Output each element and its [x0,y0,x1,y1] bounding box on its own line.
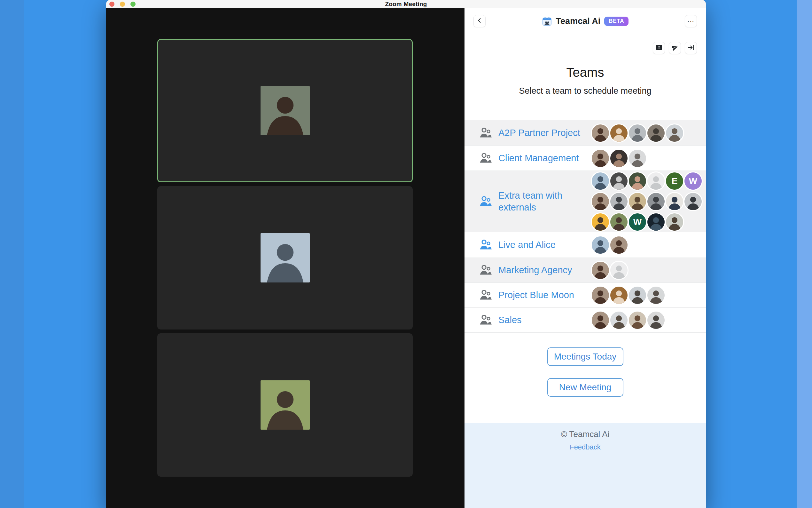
team-members-icon [479,126,493,140]
video-tile-2 [157,186,413,330]
video-gallery [106,8,465,508]
collapse-panel-button[interactable] [685,42,697,54]
desktop-left-band [0,0,24,508]
team-name: Sales [498,314,592,326]
member-avatar [648,193,665,210]
desktop-right-band [797,0,812,508]
send-button[interactable] [669,42,681,54]
paper-plane-icon [671,44,679,52]
member-avatar [592,237,609,254]
team-row-extra-team-with-externals[interactable]: Extra team with externalsEWW [465,171,706,232]
member-avatar [610,311,627,329]
new-meeting-button[interactable]: New Meeting [547,378,623,397]
team-avatar-group: EWW [592,172,703,230]
team-row-live-and-alice[interactable]: Live and Alice [465,232,706,258]
member-avatar [629,172,646,190]
letter-avatar: W [629,213,646,230]
team-members-icon [479,288,493,302]
team-members-icon [479,195,493,209]
team-name: Extra team with externals [498,190,592,213]
team-name: Project Blue Moon [498,289,592,301]
participant-photo-3 [260,380,310,430]
member-avatar [648,287,665,304]
member-avatar [666,124,683,142]
export-button[interactable] [653,42,665,54]
member-avatar [610,213,627,230]
meetings-today-button[interactable]: Meetings Today [547,347,623,366]
placeholder-avatar [610,262,627,279]
member-avatar [592,124,609,142]
beta-badge: BETA [604,17,628,26]
member-avatar [648,124,665,142]
panel-footer: © Teamcal Ai Feedback [465,423,706,508]
team-avatar-group [592,311,703,329]
team-row-sales[interactable]: Sales [465,308,706,333]
member-avatar [648,213,665,230]
participant-photo-1 [260,86,310,135]
minimize-window-button[interactable] [120,2,125,7]
member-avatar [610,193,627,210]
member-avatar [610,172,627,190]
team-members-icon [479,238,493,252]
team-avatar-group [592,287,703,304]
team-name: Marketing Agency [498,264,592,276]
member-avatar [592,150,609,167]
member-avatar [629,150,646,167]
video-tile-1 [157,39,413,182]
member-avatar [629,287,646,304]
member-avatar [592,311,609,329]
participant-photo-2 [260,233,310,283]
member-avatar [666,213,683,230]
zoom-meeting-window: Zoom Meeting [106,0,706,508]
traffic-lights [109,2,136,7]
arrow-to-bar-icon [687,44,695,52]
team-members-icon [479,151,493,165]
letter-avatar: E [666,172,683,190]
team-row-project-blue-moon[interactable]: Project Blue Moon [465,283,706,308]
member-avatar [629,311,646,329]
team-members-icon [479,263,493,278]
video-tile-3 [157,333,413,477]
more-options-button[interactable]: ... [685,15,697,27]
member-avatar [666,193,683,210]
team-members-icon [479,313,493,327]
member-avatar [648,311,665,329]
close-window-button[interactable] [109,2,114,7]
member-avatar [592,213,609,230]
team-avatar-group [592,150,703,167]
placeholder-avatar [648,172,665,190]
letter-avatar: W [684,172,702,190]
panel-toolbar [653,42,697,54]
member-avatar [610,237,627,254]
team-name: Client Management [498,152,592,164]
panel-header: Teamcal Ai BETA ... [465,8,706,40]
member-avatar [629,193,646,210]
tray-arrow-up-icon [655,44,663,52]
team-name: A2P Partner Project [498,127,592,138]
team-avatar-group [592,237,703,254]
team-list: A2P Partner ProjectClient ManagementExtr… [465,120,706,333]
member-avatar [592,262,609,279]
team-avatar-group [592,124,703,142]
member-avatar [592,193,609,210]
member-avatar [610,287,627,304]
member-avatar [684,193,702,210]
member-avatar [592,172,609,190]
team-name: Live and Alice [498,239,592,251]
member-avatar [629,124,646,142]
window-title: Zoom Meeting [385,1,427,8]
calendar-logo-icon [542,16,552,26]
app-name: Teamcal Ai [556,16,601,26]
zoom-window-button[interactable] [131,2,136,7]
ellipsis-icon: ... [687,16,694,24]
member-avatar [592,287,609,304]
member-avatar [610,124,627,142]
teamcal-panel: Teamcal Ai BETA ... [465,8,706,508]
team-row-client-management[interactable]: Client Management [465,146,706,171]
feedback-link[interactable]: Feedback [570,443,601,451]
page-subtitle: Select a team to schedule meeting [465,86,706,96]
team-row-marketing-agency[interactable]: Marketing Agency [465,258,706,283]
window-titlebar: Zoom Meeting [106,0,706,8]
team-row-a2p-partner-project[interactable]: A2P Partner Project [465,120,706,146]
page-title: Teams [465,65,706,80]
